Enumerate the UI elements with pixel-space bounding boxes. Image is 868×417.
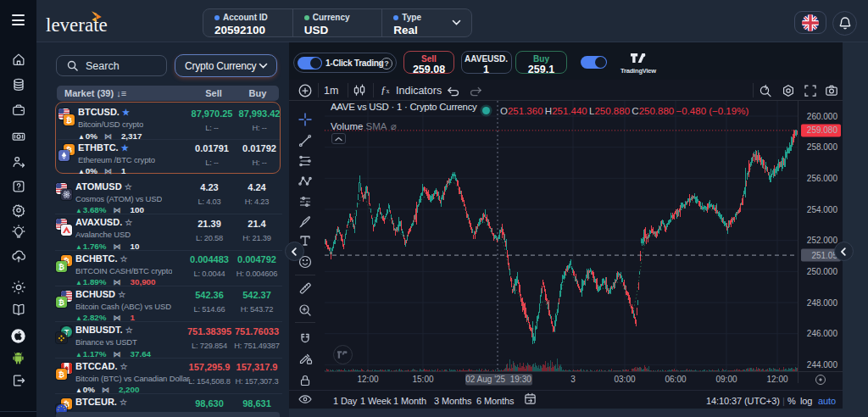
svg-text:₿: ₿ xyxy=(58,298,64,307)
svg-text:03:00: 03:00 xyxy=(614,375,635,384)
svg-text:244.000: 244.000 xyxy=(807,360,838,370)
svg-text:246.000: 246.000 xyxy=(807,329,838,338)
svg-text:256.000: 256.000 xyxy=(807,174,838,183)
svg-text:3: 3 xyxy=(570,375,576,384)
svg-text:252.000: 252.000 xyxy=(807,236,838,245)
svg-text:248.000: 248.000 xyxy=(807,298,838,308)
svg-text:06:00: 06:00 xyxy=(665,375,686,384)
svg-text:259.080: 259.080 xyxy=(807,125,838,135)
svg-text:12:00: 12:00 xyxy=(766,375,787,384)
svg-text:15:00: 15:00 xyxy=(412,375,433,384)
svg-text:254.000: 254.000 xyxy=(807,205,838,214)
svg-text:02 Aug '25 19:30: 02 Aug '25 19:30 xyxy=(465,375,531,384)
svg-text:250.000: 250.000 xyxy=(807,267,838,276)
svg-text:12:00: 12:00 xyxy=(357,375,378,384)
svg-text:₿: ₿ xyxy=(58,262,64,270)
svg-text:₿: ₿ xyxy=(58,370,64,378)
svg-text:09:00: 09:00 xyxy=(715,375,737,384)
svg-text:258.000: 258.000 xyxy=(807,142,838,152)
svg-text:₿: ₿ xyxy=(66,116,72,125)
svg-text:260.000: 260.000 xyxy=(807,112,838,121)
